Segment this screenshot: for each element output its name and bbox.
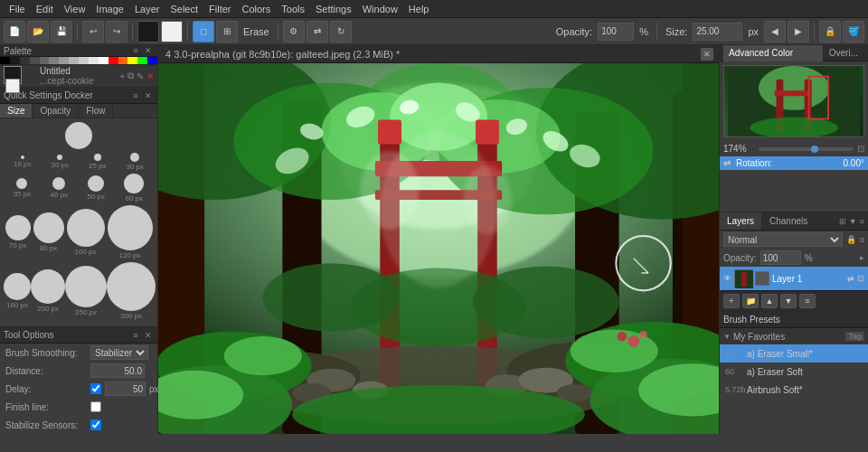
- zoom-reset-icon[interactable]: ⊡: [857, 144, 864, 154]
- menu-layer[interactable]: Layer: [129, 0, 165, 18]
- layer-eye-icon[interactable]: 👁: [723, 274, 731, 283]
- brush-size-circle[interactable]: [4, 273, 31, 300]
- bg-color-swatch[interactable]: [161, 21, 183, 42]
- wrap-button[interactable]: ↻: [330, 21, 352, 42]
- brush-size-circle[interactable]: [67, 209, 105, 247]
- brush-size-circle[interactable]: [5, 215, 31, 240]
- background-color[interactable]: [5, 79, 20, 93]
- smoothing-select[interactable]: Stabilizer: [90, 345, 148, 360]
- menu-help[interactable]: Help: [403, 0, 435, 18]
- painting-canvas[interactable]: [158, 63, 719, 434]
- move-layer-down-button[interactable]: ▼: [780, 294, 797, 308]
- opacity-input[interactable]: [598, 23, 634, 41]
- menu-colors[interactable]: Colors: [237, 0, 277, 18]
- layers-settings-icon[interactable]: ▼: [849, 217, 857, 226]
- menu-image[interactable]: Image: [90, 0, 129, 18]
- open-file-button[interactable]: 📂: [27, 21, 49, 42]
- brush-size-circle[interactable]: [108, 205, 153, 250]
- palette-color-cell[interactable]: [79, 57, 89, 64]
- brush-size-circle[interactable]: [65, 266, 107, 307]
- lock-alpha-icon[interactable]: 🔒: [846, 235, 856, 244]
- palette-color-cell[interactable]: [69, 57, 79, 64]
- menu-filter[interactable]: Filter: [203, 0, 236, 18]
- palette-color-cell[interactable]: [30, 57, 40, 64]
- mirror-button[interactable]: ⇄: [307, 21, 328, 42]
- add-layer-icon[interactable]: +: [119, 71, 125, 81]
- menu-file[interactable]: File: [4, 0, 31, 18]
- undo-button[interactable]: ↩: [82, 21, 104, 42]
- tool-options-close-icon[interactable]: ✕: [143, 330, 154, 341]
- doc-close-button[interactable]: ✕: [701, 48, 713, 61]
- brush-size-circle[interactable]: [88, 175, 104, 192]
- layer-row-1[interactable]: 👁 Layer 1 ⇄ ⊡: [720, 267, 868, 290]
- palette-color-cell[interactable]: [10, 57, 20, 64]
- quick-settings-close-icon[interactable]: ✕: [143, 90, 154, 101]
- brush-preset-airbrush-soft[interactable]: 5.72b Airbrush Soft*: [720, 381, 868, 399]
- size-input[interactable]: [693, 23, 742, 41]
- grid-view-button[interactable]: ⊞: [216, 21, 238, 42]
- delay-checkbox[interactable]: [90, 383, 101, 394]
- palette-color-cell[interactable]: [127, 57, 137, 64]
- palette-color-cell[interactable]: [137, 57, 147, 64]
- brush-size-circle[interactable]: [21, 155, 24, 159]
- palette-grid[interactable]: [0, 57, 157, 64]
- menu-tools[interactable]: Tools: [276, 0, 310, 18]
- qs-tab-size[interactable]: Size: [0, 104, 33, 118]
- size-increase-button[interactable]: ▶: [788, 21, 809, 42]
- layers-tab-channels[interactable]: Channels: [762, 212, 816, 230]
- brush-group-toggle[interactable]: ▼: [723, 333, 731, 341]
- quick-settings-menu-icon[interactable]: ≡: [130, 90, 141, 101]
- finish-line-checkbox[interactable]: [90, 401, 101, 412]
- palette-color-cell[interactable]: [20, 57, 30, 64]
- redo-button[interactable]: ↪: [106, 21, 127, 42]
- edit-layer-icon[interactable]: ✎: [137, 71, 144, 81]
- eraser-tool-button[interactable]: ◻: [193, 21, 214, 42]
- palette-color-cell[interactable]: [147, 57, 157, 64]
- size-decrease-button[interactable]: ◀: [764, 21, 786, 42]
- delete-layer-icon[interactable]: ✕: [146, 71, 154, 81]
- qs-tab-flow[interactable]: Flow: [79, 104, 113, 118]
- menu-edit[interactable]: Edit: [31, 0, 59, 18]
- brush-size-circle[interactable]: [130, 153, 139, 162]
- brush-size-circle[interactable]: [94, 154, 101, 161]
- palette-color-cell[interactable]: [0, 57, 10, 64]
- brush-size-circle[interactable]: [57, 155, 62, 160]
- brush-size-circle[interactable]: [124, 174, 144, 193]
- palette-color-cell[interactable]: [99, 57, 108, 64]
- brush-preset-eraser-soft[interactable]: 60 a) Eraser Soft: [720, 363, 868, 381]
- brush-size-circle[interactable]: [16, 178, 27, 189]
- inherit-alpha-icon[interactable]: α: [860, 235, 864, 244]
- distance-input[interactable]: [90, 363, 145, 378]
- duplicate-layer-icon[interactable]: ⧉: [127, 71, 134, 81]
- fg-color-swatch[interactable]: [137, 21, 159, 42]
- palette-close-icon[interactable]: ✕: [143, 45, 154, 56]
- adv-color-tab[interactable]: Advanced Color Selec...: [723, 45, 824, 61]
- selected-brush-circle[interactable]: [65, 122, 92, 149]
- brush-size-circle[interactable]: [107, 262, 156, 311]
- layers-menu-btn[interactable]: ≡: [799, 294, 816, 308]
- menu-select[interactable]: Select: [165, 0, 203, 18]
- palette-menu-icon[interactable]: ≡: [130, 45, 141, 56]
- layers-menu-icon[interactable]: ≡: [860, 217, 864, 226]
- palette-color-cell[interactable]: [108, 57, 118, 64]
- overview-thumbnail[interactable]: [723, 65, 864, 137]
- menu-view[interactable]: View: [59, 0, 91, 18]
- layers-grid-icon[interactable]: ⊞: [839, 217, 846, 226]
- layer-lock-icon[interactable]: ⇄: [847, 274, 854, 283]
- brush-size-circle[interactable]: [31, 269, 65, 304]
- blend-mode-select[interactable]: Normal: [723, 232, 843, 247]
- paint-fill-button[interactable]: 🪣: [843, 21, 864, 42]
- layer-merge-icon[interactable]: ⊡: [857, 274, 864, 283]
- overview-tab[interactable]: Overi...: [824, 45, 864, 61]
- menu-settings[interactable]: Settings: [310, 0, 357, 18]
- palette-color-cell[interactable]: [40, 57, 50, 64]
- layer-folder-button[interactable]: 📁: [742, 294, 759, 308]
- tool-options-menu-icon[interactable]: ≡: [130, 330, 141, 341]
- menu-window[interactable]: Window: [357, 0, 403, 18]
- move-layer-up-button[interactable]: ▲: [761, 294, 778, 308]
- save-file-button[interactable]: 💾: [51, 21, 72, 42]
- brush-tag-button[interactable]: Tag: [845, 332, 864, 341]
- delay-input[interactable]: [105, 381, 146, 396]
- palette-color-cell[interactable]: [59, 57, 69, 64]
- opacity-row-input[interactable]: [760, 250, 801, 265]
